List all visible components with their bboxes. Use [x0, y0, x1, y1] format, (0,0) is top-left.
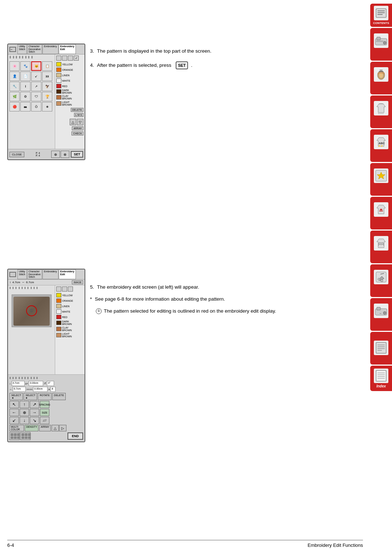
- pattern-item[interactable]: Ö: [31, 102, 41, 111]
- tab-8-icon: [374, 270, 388, 284]
- arr-right[interactable]: →: [30, 409, 39, 416]
- footer-page: 6-4: [7, 542, 14, 548]
- s2-tab-utility: UtilityStitch: [17, 269, 27, 279]
- s2-swatch-claybrown: [56, 327, 61, 331]
- screen1-bottom-row: CLOSE P. 4P. 4 ⊕ ⊗ SET: [9, 151, 83, 158]
- note-asterisk: * See page 6-8 for more information abou…: [90, 295, 363, 304]
- grid-icon-2[interactable]: [20, 432, 30, 440]
- pattern-item[interactable]: 🏆: [42, 92, 52, 101]
- size-up[interactable]: △: [70, 119, 76, 125]
- note-text: See page 6-8 for more information about …: [95, 295, 225, 304]
- svg-text:⚡⚡: ⚡⚡: [378, 145, 383, 147]
- tab-5[interactable]: 5: [370, 163, 392, 196]
- icon2: [62, 56, 67, 61]
- tab-notes[interactable]: [370, 332, 392, 365]
- pattern-item[interactable]: ↙: [31, 72, 41, 81]
- pattern-item[interactable]: 👤: [9, 72, 20, 81]
- array-btn-2[interactable]: ARRAY: [39, 425, 51, 431]
- arr-downleft[interactable]: ↙: [9, 417, 19, 424]
- mirror-btn[interactable]: △▽: [40, 417, 49, 424]
- s2-label-lightbrown: LIGHTBROWN: [62, 333, 72, 338]
- spacing-btn[interactable]: SPACING: [40, 401, 49, 408]
- color-row-claybrown: CLAYBROWN: [56, 94, 83, 100]
- arr-upright[interactable]: ↗: [30, 401, 39, 408]
- tab-1[interactable]: 1: [370, 28, 392, 61]
- pattern-item[interactable]: 33: [42, 72, 52, 81]
- density-btn[interactable]: DENSITY: [25, 425, 38, 431]
- tab-7[interactable]: 7: [370, 231, 392, 263]
- offset-field-1[interactable]: 0.00cm: [29, 381, 43, 386]
- tab-4-icon: ABC ⚡⚡: [374, 135, 388, 149]
- pattern-item[interactable]: ↗: [31, 82, 41, 91]
- pattern-item[interactable]: 🌸: [9, 61, 20, 71]
- arr-down[interactable]: ↓: [20, 417, 29, 424]
- pattern-item[interactable]: 🦅: [42, 82, 52, 91]
- screen2-pattern-display: ①: [12, 294, 52, 327]
- pattern-item[interactable]: 📄: [20, 72, 30, 81]
- check-btn[interactable]: CHECK: [72, 131, 83, 135]
- tab-contents[interactable]: CONTENTS: [370, 4, 392, 27]
- flip-v-btn[interactable]: △: [52, 425, 59, 431]
- screen1-tabs: UtilityStitch CharacterDecorativeStitch …: [17, 44, 76, 54]
- tab-2-icon: [374, 67, 388, 82]
- rotate-btn[interactable]: ROTATE: [38, 393, 51, 400]
- prev-icon[interactable]: ⊕: [51, 151, 60, 158]
- lms-btn[interactable]: L·M·S: [74, 113, 83, 117]
- set-btn-1[interactable]: SET: [71, 151, 83, 158]
- angle-field[interactable]: 0°: [47, 381, 54, 386]
- size-btn[interactable]: SIZE: [40, 409, 49, 416]
- pattern-item[interactable]: ⚙: [20, 92, 30, 101]
- tab-4[interactable]: ABC ⚡⚡ 4: [370, 129, 392, 162]
- delete-btn-2[interactable]: DELETE: [52, 393, 66, 400]
- flip-h-btn[interactable]: ▷: [59, 425, 66, 431]
- tab-2[interactable]: 2: [370, 62, 392, 94]
- screen1-left: Ⅱ Ⅱ Ⅱ Ⅱ Ⅱ Ⅱ Ⅱ Ⅱ 🌸 🐾 🐱 📋 👤 📄 ↙ 33 🔧: [8, 54, 55, 149]
- tab-embroidery: Embroidery: [42, 44, 58, 54]
- tab-8[interactable]: 8: [370, 264, 392, 297]
- pattern-item[interactable]: 🛡: [31, 92, 41, 101]
- meas-field-2[interactable]: 6.7cm: [13, 387, 26, 392]
- num-field[interactable]: 8: [50, 387, 56, 392]
- arr-upleft[interactable]: ↖: [9, 401, 19, 408]
- tab-9[interactable]: .. 9: [370, 298, 392, 331]
- arr-up[interactable]: ↑: [20, 401, 29, 408]
- svg-rect-25: [376, 342, 386, 353]
- color-label-yellow: YELLOW: [62, 63, 73, 66]
- select-next-btn[interactable]: SELECT►: [24, 393, 37, 400]
- offset-field-2[interactable]: 0.00cm: [33, 387, 48, 392]
- array-btn[interactable]: ARRAY: [72, 126, 83, 130]
- close-btn[interactable]: CLOSE: [9, 152, 24, 157]
- select-prev-btn[interactable]: SELECT◄: [9, 393, 23, 400]
- pattern-item-selected[interactable]: 🐱: [31, 61, 41, 71]
- pattern-item[interactable]: Ⅰ: [20, 82, 30, 91]
- instruction-5: 5. The embroidery edit screen (at left) …: [90, 283, 363, 292]
- screen2-color-list: YELLOW ORANGE LINEN WHITE: [56, 293, 83, 338]
- grid-icon[interactable]: [9, 432, 20, 440]
- size-down[interactable]: ▽: [77, 119, 83, 125]
- pattern-grid: 🌸 🐾 🐱 📋 👤 📄 ↙ 33 🔧 Ⅰ ↗ 🦅 🌿 ⚙: [8, 60, 55, 113]
- multi-color-btn[interactable]: MULTICOLOR: [9, 425, 24, 431]
- tab-6[interactable]: 6: [370, 197, 392, 229]
- arr-downright[interactable]: ↘: [30, 417, 39, 424]
- pattern-item[interactable]: 🐾: [20, 61, 30, 71]
- set-button-inline: SET: [176, 61, 188, 69]
- meas-field-1[interactable]: 4.7cm: [12, 381, 25, 386]
- tab-index[interactable]: Index: [370, 366, 392, 391]
- arr-left[interactable]: ←: [9, 409, 19, 416]
- pattern-item[interactable]: 🔴: [9, 102, 20, 111]
- next-icon[interactable]: ⊗: [61, 151, 69, 158]
- pattern-item[interactable]: 📋: [42, 61, 52, 71]
- end-btn[interactable]: END: [68, 432, 83, 440]
- pattern-item[interactable]: 🌿: [9, 92, 20, 101]
- s2-color-linen: LINEN: [56, 304, 83, 309]
- pattern-item[interactable]: ❋: [42, 102, 52, 111]
- icon3: [68, 56, 73, 61]
- delete-btn[interactable]: DELETE: [71, 108, 83, 112]
- center-btn[interactable]: ⊕: [20, 409, 29, 416]
- image-btn[interactable]: IMAGE: [72, 280, 83, 284]
- pattern-item[interactable]: 🔧: [9, 82, 20, 91]
- s2-icon3: [68, 286, 73, 292]
- svg-rect-7: [376, 41, 383, 42]
- tab-3[interactable]: 3: [370, 95, 392, 128]
- pattern-item[interactable]: 🏘: [20, 102, 30, 111]
